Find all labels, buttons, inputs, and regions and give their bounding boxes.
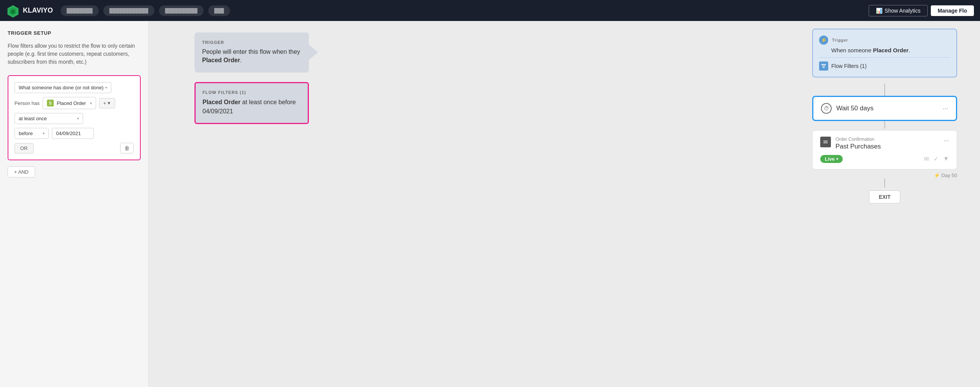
filter-actions: OR 🗑 [14,143,134,153]
date-input[interactable] [52,128,94,139]
trigger-summary-label: Trigger [832,38,848,42]
email-info: Order Confirmation Past Purchases [835,137,939,150]
live-badge[interactable]: Live ▾ [820,155,843,163]
email-node-header: ✉ Order Confirmation Past Purchases ··· [820,137,949,150]
flow-filters-label: FLOW FILTERS (1) [202,90,301,95]
frequency-row: at least once ▾ [14,113,134,124]
flow-filters-card: FLOW FILTERS (1) Placed Order at least o… [194,82,309,124]
trigger-summary-header-text: Trigger [832,38,848,42]
email-actions: ✉ ✓ ▼ [924,155,949,163]
show-analytics-button[interactable]: 📊 Show Analytics [869,5,928,16]
connector-3 [884,178,885,187]
or-button[interactable]: OR [14,143,34,153]
connector-2 [884,121,885,129]
email-action-check-icon[interactable]: ✓ [933,155,938,163]
nav-pill-1[interactable]: ████████ [61,5,99,16]
email-footer: Live ▾ ✉ ✓ ▼ [820,155,949,163]
trigger-node: TRIGGER People will enter this flow when… [194,32,309,73]
panel-description: Flow filters allow you to restrict the f… [8,42,141,66]
flow-filters-text: Placed Order at least once before 04/09/… [202,98,301,116]
email-action-envelope-icon[interactable]: ✉ [924,155,929,163]
event-select[interactable]: S Placed Order ▾ [43,97,96,109]
shopify-icon: S [47,100,54,106]
nav-pill-2-label: ████████████ [109,8,148,13]
nav-pill-1-label: ████████ [67,8,93,13]
filter-icon: ▼ [107,101,111,105]
time-operator-select[interactable]: before ▾ [14,128,49,139]
filter-summary-row: Flow Filters (1) [819,57,950,71]
day-label-text: ⚡ Day 50 [934,173,957,178]
delete-button[interactable]: 🗑 [120,143,134,153]
condition-row: What someone has done (or not done) ▾ [14,82,134,93]
filter-icon-svg [821,63,826,69]
person-has-label: Person has [14,100,40,106]
event-chevron-icon: ▾ [90,101,92,105]
wait-text: Wait 50 days [836,105,938,112]
email-sublabel: Order Confirmation [835,137,939,142]
lightning-icon: ⚡ [819,35,828,45]
day-label: ⚡ Day 50 [812,173,957,178]
nav-pill-4-label: ███ [214,8,224,13]
filter-box: What someone has done (or not done) ▾ Pe… [8,75,141,160]
clock-icon: ⏱ [821,103,832,114]
logo-text: KLAVIYO [23,6,53,15]
email-menu-button[interactable]: ··· [943,137,949,145]
and-button[interactable]: + AND [8,166,35,177]
klaviyo-logo-icon [6,4,20,18]
canvas-area: TRIGGER People will enter this flow when… [149,21,980,387]
nav-pill-3[interactable]: ██████████ [159,5,204,16]
condition-label: What someone has done (or not done) [19,85,104,90]
trash-icon: 🗑 [124,145,130,151]
filter-summary-icon [819,61,828,71]
show-analytics-label: Show Analytics [885,8,921,14]
frequency-chevron-icon: ▾ [77,116,79,121]
condition-chevron-icon: ▾ [105,85,107,90]
nav-pill-2[interactable]: ████████████ [103,5,154,16]
svg-rect-3 [821,64,826,65]
trigger-summary-card: ⚡ Trigger When someone Placed Order. [812,29,957,77]
bar-chart-icon: 📊 [876,8,882,14]
time-row: before ▾ [14,128,134,139]
manage-flo-button[interactable]: Manage Flo [931,5,974,16]
trigger-summary-text: When someone Placed Order. [831,47,950,53]
flow-filters-suffix: at least once before [242,99,296,105]
live-badge-chevron-icon: ▾ [836,157,838,161]
trigger-summary-header: ⚡ Trigger [819,35,950,45]
trigger-summary-prefix: When someone [831,47,873,53]
add-filter-button[interactable]: + ▼ [99,98,115,108]
trigger-text-prefix: People will enter this flow when they [202,48,300,55]
flow-filters-event: Placed Order [202,99,241,105]
nav-pill-3-label: ██████████ [165,8,198,13]
envelope-icon: ✉ [820,137,831,147]
left-panel: TRIGGER SETUP Flow filters allow you to … [0,21,149,387]
person-has-row: Person has S Placed Order ▾ + ▼ [14,97,134,109]
nav-pills: ████████ ████████████ ██████████ ███ [61,5,861,16]
frequency-select[interactable]: at least once ▾ [14,113,83,124]
email-name: Past Purchases [835,143,939,150]
wait-node[interactable]: ⏱ Wait 50 days ··· [812,96,957,121]
nav-pill-4[interactable]: ███ [208,5,230,16]
plus-icon: + [103,100,106,106]
trigger-text: People will enter this flow when they Pl… [202,48,301,65]
filter-summary-text: Flow Filters (1) [831,63,867,69]
condition-select[interactable]: What someone has done (or not done) ▾ [14,82,111,93]
logo: KLAVIYO [6,4,53,18]
manage-flo-label: Manage Flo [938,8,967,14]
time-operator-label: before [19,131,33,136]
main-layout: TRIGGER SETUP Flow filters allow you to … [0,21,980,387]
live-badge-label: Live [825,156,835,162]
email-action-filter-icon[interactable]: ▼ [943,155,949,163]
frequency-label: at least once [19,116,47,121]
top-navigation: KLAVIYO ████████ ████████████ ██████████… [0,0,980,21]
trigger-label: TRIGGER [202,40,301,45]
exit-container: EXIT [812,190,957,203]
connector-1 [884,84,885,96]
exit-node: EXIT [869,190,900,203]
right-flow: ⚡ Trigger When someone Placed Order. [812,29,957,203]
time-operator-chevron-icon: ▾ [43,131,45,135]
svg-rect-5 [823,67,824,68]
trigger-summary-event: Placed Order [873,47,908,53]
email-node: ✉ Order Confirmation Past Purchases ··· … [812,130,957,169]
trigger-event-name: Placed Order [202,57,240,63]
wait-menu-button[interactable]: ··· [943,105,948,113]
